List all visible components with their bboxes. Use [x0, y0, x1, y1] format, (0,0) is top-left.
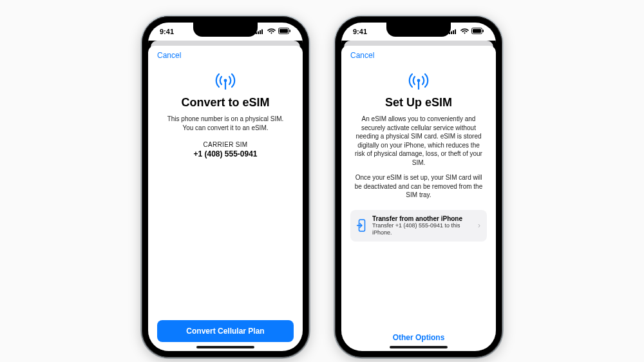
notch — [193, 23, 258, 37]
cellular-antenna-icon — [408, 71, 430, 91]
chevron-right-icon: › — [478, 221, 480, 230]
modal-stack: Cancel — [341, 41, 496, 351]
svg-point-14 — [464, 32, 465, 33]
phone-right: 9:41 Cancel — [335, 16, 502, 357]
status-indicators — [449, 28, 484, 35]
wifi-icon — [460, 28, 469, 35]
status-time: 9:41 — [160, 28, 174, 35]
notch — [386, 23, 451, 37]
carrier-number: +1 (408) 555-0941 — [193, 149, 257, 158]
svg-rect-11 — [451, 32, 452, 35]
option-title: Transfer from another iPhone — [372, 215, 473, 222]
svg-rect-16 — [473, 29, 481, 33]
transfer-icon — [357, 219, 367, 232]
svg-point-4 — [270, 32, 272, 33]
svg-rect-3 — [261, 30, 263, 35]
svg-rect-12 — [453, 30, 454, 34]
other-options-button[interactable]: Other Options — [350, 327, 487, 345]
svg-rect-1 — [258, 32, 259, 35]
wifi-icon — [267, 28, 276, 35]
home-indicator[interactable] — [196, 346, 254, 348]
cellular-antenna-icon — [214, 71, 236, 91]
phone-left: 9:41 Cancel — [142, 16, 309, 357]
hero-section: Set Up eSIM An eSIM allows you to conven… — [350, 71, 487, 200]
screen: 9:41 Cancel — [341, 23, 496, 351]
svg-rect-6 — [279, 29, 288, 33]
svg-rect-7 — [290, 30, 291, 32]
page-description-2: Once your eSIM is set up, your SIM card … — [350, 173, 487, 200]
modal-sheet: Cancel — [341, 46, 496, 351]
page-title: Convert to eSIM — [181, 96, 269, 110]
modal-stack: Cancel — [148, 41, 303, 351]
page-title: Set Up eSIM — [385, 96, 452, 110]
page-description: This phone number is on a physical SIM. … — [157, 115, 294, 132]
cancel-button[interactable]: Cancel — [157, 51, 181, 60]
option-subtitle: Transfer +1 (408) 555-0941 to this iPhon… — [372, 222, 473, 237]
page-description-1: An eSIM allows you to conveniently and s… — [350, 115, 487, 167]
svg-rect-17 — [483, 30, 484, 32]
carrier-label: CARRIER SIM — [204, 141, 248, 148]
status-time: 9:41 — [353, 28, 367, 35]
svg-rect-13 — [455, 30, 456, 35]
battery-icon — [471, 28, 484, 35]
cancel-button[interactable]: Cancel — [350, 51, 374, 60]
transfer-option-card[interactable]: Transfer from another iPhone Transfer +1… — [350, 210, 487, 242]
convert-button[interactable]: Convert Cellular Plan — [157, 320, 294, 342]
modal-sheet: Cancel — [148, 46, 303, 351]
svg-rect-2 — [260, 30, 261, 34]
screen: 9:41 Cancel — [148, 23, 303, 351]
home-indicator[interactable] — [390, 346, 448, 348]
status-indicators — [256, 28, 291, 35]
svg-rect-19 — [418, 81, 419, 90]
svg-rect-9 — [225, 81, 226, 90]
battery-icon — [278, 28, 291, 35]
hero-section: Convert to eSIM This phone number is on … — [157, 71, 294, 158]
